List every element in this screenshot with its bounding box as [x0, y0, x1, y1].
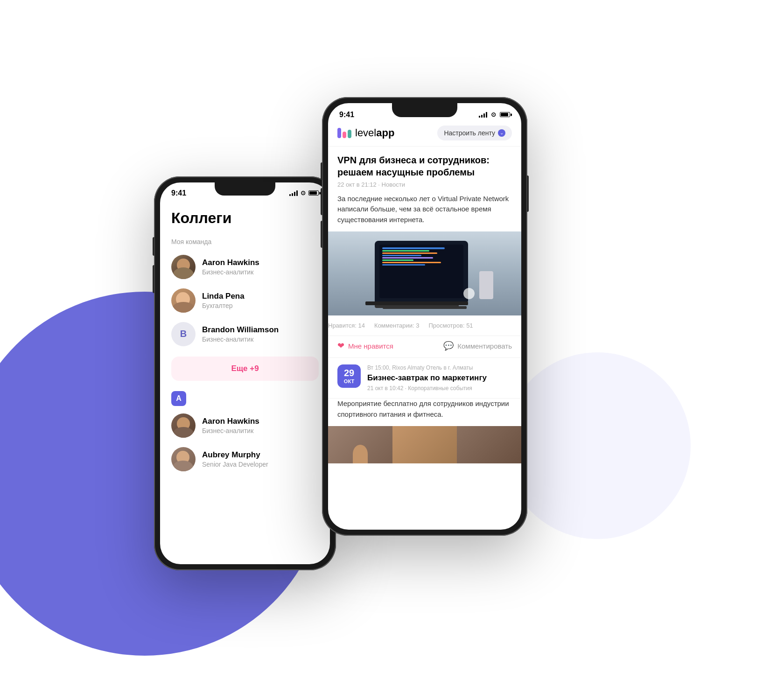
colleague-role: Бухгалтер — [202, 302, 245, 309]
event-date-badge: 29 ОКТ — [337, 364, 361, 388]
logo: levelapp — [337, 127, 394, 139]
logo-icon — [337, 128, 351, 138]
wifi-icon-right: ⊙ — [491, 111, 496, 118]
colleague-info: Aaron Hawkins Бизнес-аналитик — [202, 258, 259, 276]
views-stat: Просмотров: 51 — [428, 322, 473, 329]
page-title-left: Коллеги — [160, 205, 330, 236]
article-image — [328, 231, 521, 315]
volume-up-button-right — [321, 188, 322, 215]
colleague-name: Aaron Hawkins — [202, 258, 259, 267]
battery-icon-right — [500, 112, 510, 117]
logo-text: levelapp — [355, 127, 394, 139]
colleague-role: Senior Java Developer — [202, 461, 268, 468]
list-item[interactable]: B Brandon Williamson Бизнес-аналитик — [160, 317, 330, 351]
more-button[interactable]: Еще +9 — [171, 357, 319, 381]
article-stats: Нравится: 14 Комментарии: 3 Просмотров: … — [328, 315, 521, 336]
colleague-info: Brandon Williamson Бизнес-аналитик — [202, 325, 279, 343]
time-left: 9:41 — [171, 189, 186, 197]
battery-icon — [308, 190, 319, 196]
event-card[interactable]: 29 ОКТ Вт 15:00, Rixos Almaty Отель в г.… — [328, 358, 521, 399]
article-excerpt: За последние несколько лет о Virtual Pri… — [337, 194, 512, 225]
section-a-divider: A — [160, 386, 330, 409]
like-label: Мне нравится — [348, 342, 393, 350]
article-title: VPN для бизнеса и сотрудников: решаем на… — [337, 154, 512, 178]
left-phone: 9:41 ⊙ Коллеги Моя коман — [154, 176, 336, 570]
right-phone: 9:41 ⊙ — [322, 97, 527, 536]
power-button-right — [527, 175, 529, 212]
comment-icon: 💬 — [443, 341, 454, 351]
likes-stat: Нравится: 14 — [328, 322, 365, 329]
event-title: Бизнес-завтрак по маркетингу — [367, 373, 487, 383]
volume-down-button — [153, 265, 154, 293]
list-item[interactable]: Aubrey Murphy Senior Java Developer — [160, 442, 330, 476]
colleague-name: Linda Pena — [202, 292, 245, 301]
signal-icon — [289, 190, 298, 196]
section-my-team: Моя команда — [160, 236, 330, 250]
event-month: ОКТ — [342, 378, 356, 384]
customize-label: Настроить ленту — [444, 129, 495, 137]
notch-left — [215, 182, 275, 196]
status-icons-left: ⊙ — [289, 189, 319, 196]
colleague-name: Brandon Williamson — [202, 325, 279, 335]
article-card[interactable]: VPN для бизнеса и сотрудников: решаем на… — [328, 147, 521, 225]
colleague-info: Aubrey Murphy Senior Java Developer — [202, 450, 268, 468]
comments-stat: Комментарии: 3 — [374, 322, 419, 329]
avatar-placeholder: B — [171, 322, 196, 346]
colleague-name: Aubrey Murphy — [202, 450, 268, 460]
status-icons-right: ⊙ — [479, 111, 510, 118]
time-right: 9:41 — [339, 111, 354, 119]
app-header: levelapp Настроить ленту ⌄ — [328, 122, 521, 147]
colleague-role: Бизнес-аналитик — [202, 268, 259, 276]
event-day: 29 — [342, 368, 356, 378]
event-description: Мероприятие бесплатно для сотрудников ин… — [328, 399, 521, 426]
colleague-info: Aaron Hawkins Бизнес-аналитик — [202, 417, 259, 434]
article-actions: ❤ Мне нравится 💬 Комментировать — [328, 336, 521, 358]
event-subtitle: Вт 15:00, Rixos Almaty Отель в г. Алматы — [367, 364, 487, 371]
comment-label: Комментировать — [457, 342, 512, 350]
event-image — [328, 426, 521, 463]
list-item[interactable]: Aaron Hawkins Бизнес-аналитик — [160, 250, 330, 284]
avatar — [171, 255, 196, 279]
colleague-name: Aaron Hawkins — [202, 417, 259, 426]
list-item[interactable]: Linda Pena Бухгалтер — [160, 284, 330, 317]
comment-button[interactable]: 💬 Комментировать — [425, 341, 512, 351]
notch-right — [392, 103, 457, 117]
avatar — [171, 447, 196, 471]
volume-up-button — [153, 237, 154, 256]
colleague-role: Бизнес-аналитик — [202, 427, 259, 434]
section-badge-a: A — [171, 391, 186, 406]
volume-down-button-right — [321, 221, 322, 248]
avatar — [171, 413, 196, 438]
phones-container: 9:41 ⊙ Коллеги Моя коман — [135, 60, 649, 620]
list-item[interactable]: Aaron Hawkins Бизнес-аналитик — [160, 409, 330, 442]
colleague-info: Linda Pena Бухгалтер — [202, 292, 245, 309]
customize-feed-button[interactable]: Настроить ленту ⌄ — [437, 126, 512, 140]
silent-button — [321, 162, 322, 180]
article-meta: 22 окт в 21:12 · Новости — [337, 181, 512, 188]
wifi-icon: ⊙ — [301, 189, 306, 196]
avatar — [171, 288, 196, 313]
colleague-role: Бизнес-аналитик — [202, 336, 279, 343]
heart-icon: ❤ — [337, 341, 344, 351]
event-info: Вт 15:00, Rixos Almaty Отель в г. Алматы… — [367, 364, 487, 392]
chevron-down-icon: ⌄ — [498, 129, 505, 137]
event-meta: 21 окт в 10:42 · Корпоративные события — [367, 385, 487, 392]
like-button[interactable]: ❤ Мне нравится — [337, 341, 425, 351]
signal-icon-right — [479, 112, 487, 118]
